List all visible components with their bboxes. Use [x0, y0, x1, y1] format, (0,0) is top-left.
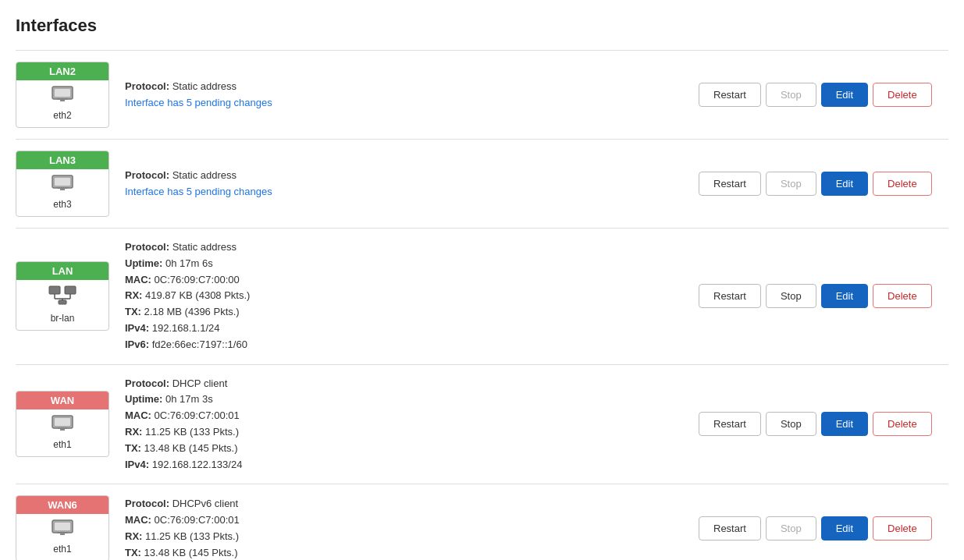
interface-card-lan: LAN br-lan: [16, 261, 109, 331]
interface-icon-wan6: [51, 519, 74, 541]
edit-button-wan[interactable]: Edit: [821, 412, 868, 436]
svg-rect-6: [60, 189, 65, 190]
restart-button-lan[interactable]: Restart: [699, 284, 761, 308]
interface-list: LAN2 eth2Protocol: Static addressInterfa…: [16, 50, 948, 560]
interface-actions-wan: RestartStopEditDelete: [699, 412, 948, 436]
protocol-value: DHCP client: [173, 377, 228, 389]
interface-card-lan2: LAN2 eth2: [16, 62, 109, 128]
interface-label-lan3: LAN3: [16, 151, 108, 169]
svg-rect-17: [60, 429, 65, 431]
edit-button-lan[interactable]: Edit: [821, 284, 868, 308]
interface-label-lan2: LAN2: [16, 62, 108, 80]
edit-button-wan6[interactable]: Edit: [821, 516, 868, 541]
interface-actions-wan6: RestartStopEditDelete: [699, 516, 948, 541]
protocol-value: Static address: [173, 241, 237, 253]
edit-button-lan2[interactable]: Edit: [821, 83, 868, 107]
svg-rect-2: [60, 100, 65, 101]
delete-button-lan[interactable]: Delete: [873, 284, 932, 308]
interface-info-lan: Protocol: Static addressUptime: 0h 17m 6…: [125, 239, 683, 353]
delete-button-wan6[interactable]: Delete: [873, 516, 932, 541]
stop-button-lan[interactable]: Stop: [766, 284, 816, 308]
svg-rect-16: [55, 418, 70, 426]
interface-icon-wan: [51, 414, 74, 436]
delete-button-lan3[interactable]: Delete: [873, 172, 932, 196]
stop-button-lan2[interactable]: Stop: [766, 83, 816, 107]
interface-card-wan6: WAN6 eth1: [16, 495, 109, 560]
delete-button-lan2[interactable]: Delete: [873, 83, 932, 107]
protocol-label: Protocol:: [125, 241, 169, 253]
protocol-value: Static address: [173, 169, 237, 181]
restart-button-lan2[interactable]: Restart: [699, 83, 761, 107]
restart-button-wan[interactable]: Restart: [699, 412, 761, 436]
restart-button-lan3[interactable]: Restart: [699, 172, 761, 196]
interface-actions-lan3: RestartStopEditDelete: [699, 172, 948, 196]
interface-actions-lan: RestartStopEditDelete: [699, 284, 948, 308]
interface-label-lan: LAN: [16, 262, 108, 280]
protocol-label: Protocol:: [125, 80, 169, 92]
interface-info-lan3: Protocol: Static addressInterface has 5 …: [125, 168, 683, 200]
interface-info-wan: Protocol: DHCP clientUptime: 0h 17m 3sMA…: [125, 376, 683, 473]
pending-link-lan3[interactable]: Interface has 5 pending changes: [125, 186, 272, 197]
stop-button-wan6[interactable]: Stop: [766, 516, 816, 541]
interface-device-lan3: eth3: [53, 199, 71, 210]
svg-rect-14: [59, 300, 66, 304]
stop-button-lan3[interactable]: Stop: [766, 172, 816, 196]
svg-rect-8: [49, 286, 60, 294]
protocol-value: DHCPv6 client: [173, 498, 239, 509]
delete-button-wan[interactable]: Delete: [873, 412, 932, 436]
page-title: Interfaces: [16, 16, 948, 36]
interface-info-wan6: Protocol: DHCPv6 clientMAC: 0C:76:09:C7:…: [125, 496, 683, 560]
interface-row: WAN eth1Protocol: DHCP clientUptime: 0h …: [16, 365, 948, 485]
interface-label-wan: WAN: [16, 392, 108, 409]
interface-device-lan2: eth2: [53, 110, 71, 121]
protocol-value: Static address: [173, 80, 237, 92]
restart-button-wan6[interactable]: Restart: [699, 516, 761, 541]
interface-device-lan: br-lan: [51, 313, 75, 324]
pending-link-lan2[interactable]: Interface has 5 pending changes: [125, 97, 272, 108]
interface-row: WAN6 eth1Protocol: DHCPv6 clientMAC: 0C:…: [16, 484, 948, 560]
interface-icon-lan3: [51, 174, 74, 196]
stop-button-wan[interactable]: Stop: [766, 412, 816, 436]
svg-rect-9: [65, 286, 76, 294]
interface-label-wan6: WAN6: [16, 496, 108, 514]
interface-row: LAN br-lanProtocol: Static addressUptime…: [16, 229, 948, 365]
interface-icon-lan2: [51, 85, 74, 107]
interface-row: LAN2 eth2Protocol: Static addressInterfa…: [16, 51, 948, 140]
svg-rect-1: [55, 89, 70, 97]
interface-row: LAN3 eth3Protocol: Static addressInterfa…: [16, 140, 948, 229]
interface-device-wan: eth1: [53, 439, 71, 450]
protocol-label: Protocol:: [125, 498, 169, 509]
interface-actions-lan2: RestartStopEditDelete: [699, 83, 948, 107]
svg-rect-21: [60, 533, 65, 535]
svg-rect-5: [55, 178, 70, 186]
interface-info-lan2: Protocol: Static addressInterface has 5 …: [125, 79, 683, 112]
interface-device-wan6: eth1: [53, 544, 71, 555]
svg-rect-20: [55, 523, 70, 530]
interface-icon-lan: [48, 285, 76, 310]
protocol-label: Protocol:: [125, 169, 169, 181]
interface-card-wan: WAN eth1: [16, 391, 109, 457]
interface-card-lan3: LAN3 eth3: [16, 151, 109, 217]
edit-button-lan3[interactable]: Edit: [821, 172, 868, 196]
protocol-label: Protocol:: [125, 377, 169, 389]
